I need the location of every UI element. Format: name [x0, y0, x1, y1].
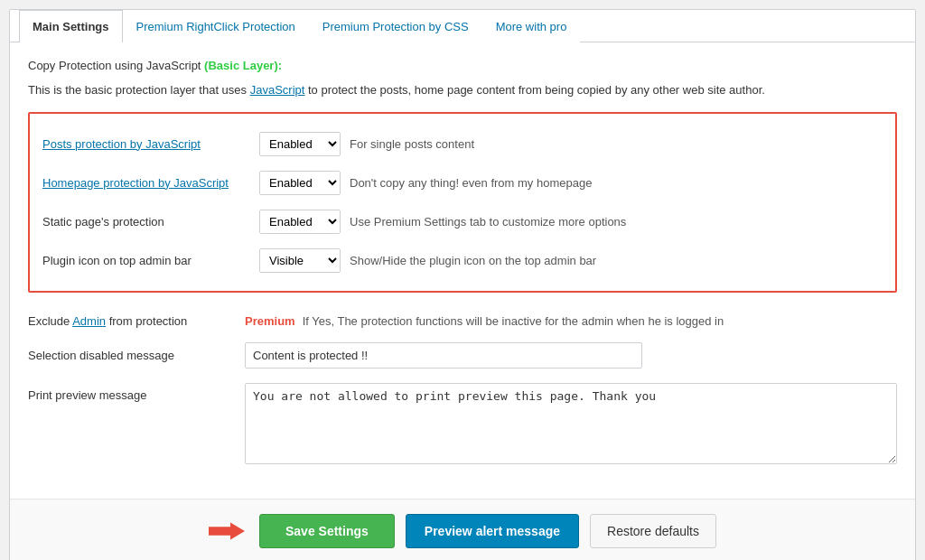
protected-settings-box: Posts protection by JavaScript Enabled D… — [28, 112, 897, 293]
plugin-icon-desc: Show/Hide the plugin icon on the top adm… — [350, 254, 596, 267]
section-title-highlight: (Basic Layer): — [204, 59, 282, 72]
posts-protection-row: Posts protection by JavaScript Enabled D… — [42, 125, 883, 163]
save-button[interactable]: Save Settings — [259, 514, 395, 548]
restore-defaults-button[interactable]: Restore defaults — [590, 514, 716, 548]
print-message-row: Print preview message — [28, 376, 897, 471]
posts-protection-control: Enabled Disabled — [259, 132, 341, 156]
bottom-bar: Save Settings Preview alert message Rest… — [10, 499, 915, 561]
posts-protection-link[interactable]: Posts protection by JavaScript — [42, 137, 201, 151]
posts-protection-desc: For single posts content — [350, 137, 474, 151]
desc-after: to protect the posts, home page content … — [304, 83, 764, 97]
homepage-protection-label: Homepage protection by JavaScript — [42, 176, 259, 190]
exclude-admin-desc: If Yes, The protection functions will be… — [303, 314, 724, 328]
homepage-protection-control: Enabled Disabled — [259, 171, 341, 195]
selection-message-input[interactable] — [245, 342, 642, 369]
tab-premium-rightclick[interactable]: Premium RightClick Protection — [123, 10, 309, 42]
homepage-protection-row: Homepage protection by JavaScript Enable… — [42, 163, 883, 202]
posts-protection-select[interactable]: Enabled Disabled — [259, 132, 341, 156]
premium-badge: Premium — [245, 314, 295, 328]
desc-before: This is the basic protection layer that … — [28, 83, 250, 97]
selection-message-label: Selection disabled message — [28, 349, 245, 362]
tab-main-settings[interactable]: Main Settings — [19, 10, 123, 42]
static-protection-label: Static page's protection — [42, 215, 259, 229]
plugin-icon-select[interactable]: Visible Hidden — [259, 248, 341, 273]
static-protection-select[interactable]: Enabled Disabled — [259, 210, 341, 234]
preview-alert-button[interactable]: Preview alert message — [406, 514, 579, 548]
static-protection-desc: Use Premium Settings tab to customize mo… — [350, 215, 626, 229]
selection-message-row: Selection disabled message — [28, 335, 897, 376]
homepage-protection-select[interactable]: Enabled Disabled — [259, 171, 341, 195]
arrow-icon — [209, 520, 245, 542]
posts-protection-label: Posts protection by JavaScript — [42, 137, 259, 151]
static-protection-control: Enabled Disabled — [259, 210, 341, 234]
section-title-text: Copy Protection using JavaScript — [28, 59, 204, 72]
homepage-protection-desc: Don't copy any thing! even from my homep… — [350, 176, 592, 190]
tab-more-pro[interactable]: More with pro — [482, 10, 581, 42]
exclude-admin-row: Exclude Admin from protection Premium If… — [28, 307, 897, 335]
print-message-textarea[interactable] — [245, 383, 897, 464]
print-message-label: Print preview message — [28, 383, 245, 402]
tabs-container: Main Settings Premium RightClick Protect… — [10, 10, 915, 42]
section-description: This is the basic protection layer that … — [28, 81, 897, 99]
homepage-protection-link[interactable]: Homepage protection by JavaScript — [42, 176, 229, 190]
svg-marker-0 — [209, 522, 245, 539]
section-title: Copy Protection using JavaScript (Basic … — [28, 59, 897, 72]
javascript-link[interactable]: JavaScript — [250, 83, 305, 97]
plugin-icon-control: Visible Hidden — [259, 248, 341, 273]
static-protection-row: Static page's protection Enabled Disable… — [42, 202, 883, 241]
exclude-admin-label: Exclude Admin from protection — [28, 314, 245, 328]
plugin-icon-label: Plugin icon on top admin bar — [42, 254, 259, 267]
arrow-container — [209, 520, 245, 542]
admin-link[interactable]: Admin — [72, 314, 106, 328]
main-content: Copy Protection using JavaScript (Basic … — [10, 42, 915, 490]
tab-premium-css[interactable]: Premium Protection by CSS — [309, 10, 482, 42]
plugin-icon-row: Plugin icon on top admin bar Visible Hid… — [42, 241, 883, 280]
